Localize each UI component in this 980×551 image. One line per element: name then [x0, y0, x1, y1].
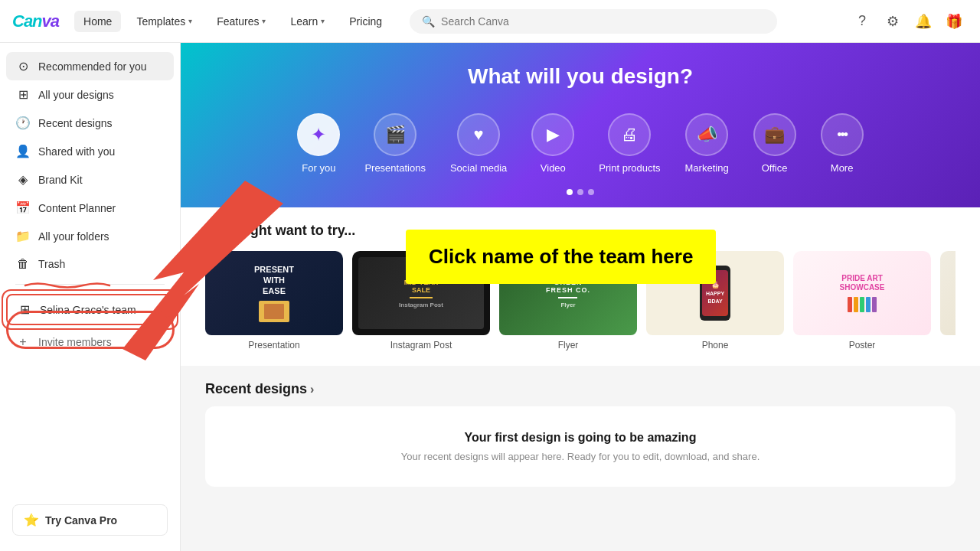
- team-label: Selina Grace's team: [40, 304, 136, 316]
- clock-icon: 🕐: [15, 116, 31, 130]
- suggestion-card-instagram[interactable]: MID-YEAR SALE Instagram Post Instagram P…: [352, 251, 490, 350]
- cat-presentations-label: Presentations: [364, 162, 426, 174]
- suggestion-card-presentation[interactable]: PRESENTWITHEASE Presentation: [205, 251, 343, 350]
- recent-arrow-icon[interactable]: ›: [310, 383, 314, 396]
- trash-icon: 🗑: [15, 257, 31, 271]
- cat-video[interactable]: ▶ Video: [519, 107, 586, 180]
- invite-label: Invite members: [38, 336, 112, 348]
- calendar-icon: 📅: [15, 201, 31, 215]
- social-circle: ♥: [457, 113, 500, 156]
- sidebar-item-label: Trash: [38, 258, 65, 270]
- cat-presentations[interactable]: 🎬 Presentations: [352, 107, 438, 180]
- suggestion-card-green[interactable]: GREEN FRESH CO. Flyer Flyer: [499, 251, 637, 350]
- sidebar-item-recent-designs[interactable]: 🕐 Recent designs: [6, 109, 174, 137]
- try-pro-button[interactable]: ⭐ Try Canva Pro: [12, 504, 168, 536]
- nav-pricing[interactable]: Pricing: [340, 11, 391, 32]
- card-label: Phone: [646, 340, 784, 350]
- sidebar-item-label: Shared with you: [38, 145, 115, 158]
- sidebar-item-content-planner[interactable]: 📅 Content Planner: [6, 194, 174, 222]
- cat-social-media[interactable]: ♥ Social media: [438, 107, 519, 180]
- person-icon: 👤: [15, 144, 31, 158]
- video-icon: ▶: [547, 125, 560, 145]
- cat-marketing-label: Marketing: [685, 162, 729, 174]
- chevron-down-icon: ▾: [321, 17, 325, 25]
- suggestion-card-phone[interactable]: 🎂HAPPYBDAY Phone: [646, 251, 784, 350]
- suggestions-title: You might want to try...: [205, 223, 956, 239]
- office-circle: 💼: [753, 113, 796, 156]
- print-circle: 🖨: [608, 113, 651, 156]
- sidebar-item-label: All your folders: [38, 230, 109, 243]
- nav-home-label: Home: [83, 15, 112, 28]
- video-circle: ▶: [531, 113, 574, 156]
- help-icon[interactable]: ?: [848, 8, 876, 35]
- sidebar-item-trash[interactable]: 🗑 Trash: [6, 250, 174, 278]
- presentations-circle: 🎬: [374, 113, 416, 156]
- notifications-icon[interactable]: 🔔: [910, 8, 937, 35]
- plus-icon: +: [15, 335, 31, 349]
- hero-title: What will you design?: [205, 64, 956, 89]
- empty-state-subtitle: Your recent designs will appear here. Re…: [230, 451, 931, 462]
- search-input[interactable]: [441, 15, 765, 28]
- sidebar-item-shared[interactable]: 👤 Shared with you: [6, 137, 174, 165]
- suggestions-cards: PRESENTWITHEASE Presentation MID-YEA: [205, 251, 956, 350]
- nav-learn[interactable]: Learn ▾: [281, 11, 334, 32]
- gift-icon[interactable]: 🎁: [940, 8, 968, 35]
- nav-home[interactable]: Home: [74, 11, 121, 32]
- search-icon: 🔍: [422, 15, 435, 28]
- cat-for-you[interactable]: ✦ For you: [285, 107, 352, 180]
- cat-office[interactable]: 💼 Office: [741, 107, 808, 180]
- sidebar-item-recommended[interactable]: ⊙ Recommended for you: [6, 52, 174, 80]
- main-layout: ⊙ Recommended for you ⊞ All your designs…: [0, 43, 980, 551]
- chevron-down-icon: ▾: [262, 17, 266, 25]
- office-icon: 💼: [764, 125, 785, 145]
- grid-icon: ⊞: [15, 87, 31, 102]
- nav-learn-label: Learn: [290, 15, 318, 28]
- more-icon: •••: [837, 127, 847, 143]
- recent-title-text: Recent designs: [205, 381, 307, 397]
- sidebar-item-all-designs[interactable]: ⊞ All your designs: [6, 80, 174, 109]
- canva-logo[interactable]: Canva: [12, 11, 59, 31]
- suggestion-card-food[interactable]: FOOD GALA 🍽 Flyer: [940, 251, 956, 350]
- empty-state-title: Your first design is going to be amazing: [230, 431, 931, 445]
- main-content: What will you design? ✦ For you 🎬 Presen…: [181, 43, 980, 551]
- nav-features-label: Features: [217, 15, 259, 28]
- suggestion-card-pride[interactable]: Pride ArtShowcase Poster: [793, 251, 931, 350]
- category-icons: ✦ For you 🎬 Presentations ♥ Social media: [205, 107, 956, 180]
- sidebar-item-folders[interactable]: 📁 All your folders: [6, 222, 174, 250]
- heart-icon: ♥: [474, 125, 484, 145]
- for-you-circle: ✦: [297, 113, 340, 156]
- nav-pricing-label: Pricing: [349, 15, 382, 28]
- nav-templates[interactable]: Templates ▾: [127, 11, 201, 32]
- cat-marketing[interactable]: 📣 Marketing: [673, 107, 741, 180]
- sidebar-item-team[interactable]: ⊞ Selina Grace's team: [6, 294, 174, 325]
- marketing-icon: 📣: [697, 125, 717, 145]
- team-grid-icon: ⊞: [17, 302, 32, 317]
- cat-print[interactable]: 🖨 Print products: [586, 107, 672, 180]
- search-bar[interactable]: 🔍: [410, 9, 777, 34]
- sidebar-item-invite[interactable]: + Invite members: [6, 328, 174, 356]
- card-label: Instagram Post: [352, 340, 490, 350]
- nav-features[interactable]: Features ▾: [207, 11, 275, 32]
- topnav-right: ? ⚙ 🔔 🎁: [848, 8, 968, 35]
- brand-icon: ◈: [15, 172, 31, 187]
- marketing-circle: 📣: [685, 113, 728, 156]
- sidebar-item-label: Brand Kit: [38, 174, 83, 186]
- try-pro-label: Try Canva Pro: [45, 514, 117, 527]
- suggestions-section: You might want to try... PRESENTWITHEASE…: [181, 207, 980, 366]
- sidebar-item-brand-kit[interactable]: ◈ Brand Kit: [6, 165, 174, 194]
- hero-section: What will you design? ✦ For you 🎬 Presen…: [181, 43, 980, 207]
- nav-templates-label: Templates: [136, 15, 185, 28]
- cat-print-label: Print products: [599, 162, 660, 174]
- cat-more-label: More: [831, 162, 854, 174]
- recent-section: Recent designs › Your first design is go…: [181, 366, 980, 499]
- folder-icon: 📁: [15, 229, 31, 243]
- more-circle: •••: [821, 113, 864, 156]
- sidebar-item-label: All your designs: [38, 89, 114, 101]
- cat-more[interactable]: ••• More: [808, 107, 876, 180]
- star-icon: ⭐: [24, 513, 39, 527]
- settings-icon[interactable]: ⚙: [879, 8, 906, 35]
- empty-state: Your first design is going to be amazing…: [205, 406, 956, 487]
- cat-video-label: Video: [541, 162, 566, 174]
- indicator-dot: [567, 189, 573, 195]
- indicator-dot: [588, 189, 594, 195]
